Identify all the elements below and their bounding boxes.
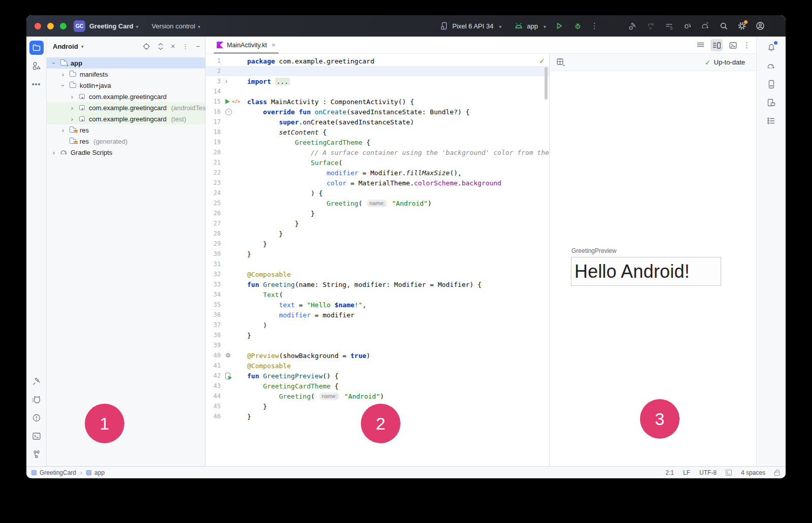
code-line-20[interactable]: 20 // A surface container using the 'bac… xyxy=(206,147,549,157)
code-line-40[interactable]: 40⚙@Preview(showBackground = true) xyxy=(206,350,549,361)
indent-settings-icon[interactable] xyxy=(726,470,732,476)
compose-marker-icon[interactable]: </> xyxy=(232,99,240,104)
settings-icon[interactable] xyxy=(737,21,747,31)
code-line-29[interactable]: 29 } xyxy=(206,239,549,249)
gradle-sync-icon[interactable] xyxy=(700,21,710,31)
chevron-collapsed-icon[interactable]: › xyxy=(68,115,76,123)
run-preview-icon[interactable] xyxy=(225,373,230,379)
device-selector[interactable]: Pixel 6 API 34 ▾ xyxy=(439,21,501,31)
overrides-method-icon[interactable]: ↑ xyxy=(225,109,232,115)
collapse-all-icon[interactable]: × xyxy=(171,42,175,50)
project-view-selector[interactable]: Android xyxy=(53,43,78,50)
inspections-ok-icon[interactable]: ✓ xyxy=(539,57,545,65)
zoom-window-button[interactable] xyxy=(60,23,66,29)
code-line-33[interactable]: 33fun Greeting(name: String, modifier: M… xyxy=(206,279,549,289)
run-configuration-selector[interactable]: app ▾ xyxy=(514,21,546,31)
code-line-21[interactable]: 21 Surface( xyxy=(206,157,549,168)
build-tool-button[interactable] xyxy=(29,374,44,388)
code-line-16[interactable]: 16↑ override fun onCreate(savedInstanceS… xyxy=(206,107,549,117)
preview-settings-icon[interactable]: ⚙ xyxy=(225,352,231,359)
breadcrumb-project[interactable]: GreetingCard xyxy=(40,469,76,476)
code-line-39[interactable]: 39 xyxy=(206,340,549,350)
gradle-tool-button[interactable] xyxy=(764,59,779,73)
editor-scrollbar[interactable] xyxy=(545,67,548,100)
chevron-collapsed-icon[interactable]: › xyxy=(68,104,76,112)
tree-item-res[interactable]: ›res xyxy=(47,124,205,136)
code-line-25[interactable]: 25 Greeting( name: "Android") xyxy=(206,198,549,208)
logcat-tool-button[interactable] xyxy=(29,393,44,407)
locate-file-icon[interactable] xyxy=(143,43,150,50)
chevron-collapsed-icon[interactable]: › xyxy=(68,93,76,101)
preview-rendered-text[interactable]: Hello Android! xyxy=(571,257,721,286)
line-separator[interactable]: LF xyxy=(683,469,690,476)
device-manager-tool-button[interactable] xyxy=(764,77,779,91)
code-line-28[interactable]: 28 } xyxy=(206,228,549,239)
preview-build-status[interactable]: ✓ Up-to-date xyxy=(705,58,745,67)
version-control-tool-button[interactable] xyxy=(29,447,44,462)
chevron-collapsed-icon[interactable]: › xyxy=(59,126,67,134)
project-tool-button[interactable] xyxy=(29,41,44,55)
close-tab-icon[interactable]: × xyxy=(272,41,276,49)
code-line-44[interactable]: 44 Greeting( name: "Android") xyxy=(206,391,549,401)
project-badge[interactable]: GC xyxy=(74,20,85,32)
code-line-22[interactable]: 22 modifier = Modifier.fillMaxSize(), xyxy=(206,168,549,178)
code-line-30[interactable]: 30} xyxy=(206,249,549,259)
more-tool-windows-button[interactable]: ••• xyxy=(29,77,44,91)
caret-position[interactable]: 2:1 xyxy=(665,469,674,476)
code-line-41[interactable]: 41@Composable xyxy=(206,361,549,371)
tree-item-gradle-scripts[interactable]: ›Gradle Scripts xyxy=(47,147,205,158)
close-window-button[interactable] xyxy=(35,23,41,29)
run-button[interactable] xyxy=(554,21,564,31)
hide-panel-icon[interactable]: − xyxy=(196,42,200,50)
code-line-36[interactable]: 36 modifier = modifier xyxy=(206,310,549,320)
profile-icon[interactable] xyxy=(755,21,765,31)
build-variants-icon[interactable]: 5 xyxy=(664,21,674,31)
resource-manager-tool-button[interactable] xyxy=(29,59,44,73)
tree-item-com-example-greetingcard[interactable]: ›com.example.greetingcard(test) xyxy=(47,113,205,124)
code-line-23[interactable]: 23 color = MaterialTheme.colorScheme.bac… xyxy=(206,178,549,188)
design-view-icon[interactable] xyxy=(727,39,739,51)
expand-collapse-icon[interactable] xyxy=(157,43,164,50)
structure-tool-button[interactable] xyxy=(764,114,779,128)
file-encoding[interactable]: UTF-8 xyxy=(699,469,717,476)
terminal-tool-button[interactable] xyxy=(29,429,44,443)
profiler-icon[interactable]: A xyxy=(646,21,656,31)
code-line-3[interactable]: 3›import ... xyxy=(206,76,549,86)
editor-tab-mainactivity[interactable]: MainActivity.kt × xyxy=(212,37,281,54)
editor-options-icon[interactable]: ⋮ xyxy=(743,41,751,50)
more-actions-menu[interactable]: ⋮ xyxy=(591,21,599,30)
code-line-32[interactable]: 32@Composable xyxy=(206,269,549,279)
code-line-18[interactable]: 18 setContent { xyxy=(206,127,549,137)
run-class-icon[interactable] xyxy=(225,99,230,104)
code-line-19[interactable]: 19 GreetingCardTheme { xyxy=(206,137,549,147)
fold-region-icon[interactable]: › xyxy=(225,78,227,85)
minimize-window-button[interactable] xyxy=(47,23,54,29)
code-line-27[interactable]: 27 } xyxy=(206,218,549,228)
code-line-34[interactable]: 34 Text( xyxy=(206,289,549,300)
panel-options-icon[interactable]: ⋮ xyxy=(182,43,189,50)
code-line-35[interactable]: 35 text = "Hello $name!", xyxy=(206,300,549,310)
code-view-icon[interactable] xyxy=(694,39,706,51)
code-line-2[interactable]: 2 xyxy=(206,66,549,76)
preview-grid-icon[interactable] xyxy=(556,58,565,67)
project-name-menu[interactable]: Greeting Card xyxy=(89,22,133,30)
breadcrumb-module[interactable]: app xyxy=(94,469,105,476)
notifications-bell-icon[interactable] xyxy=(764,41,779,55)
version-control-menu[interactable]: Version control xyxy=(152,22,195,30)
preview-composable-label[interactable]: GreetingPreview xyxy=(571,247,617,254)
search-icon[interactable] xyxy=(719,21,729,31)
tree-item-com-example-greetingcard[interactable]: ›com.example.greetingcard(androidTest) xyxy=(47,102,205,113)
code-line-1[interactable]: 1package com.example.greetingcard xyxy=(206,56,549,66)
code-line-38[interactable]: 38} xyxy=(206,330,549,340)
tree-item-app[interactable]: ›app xyxy=(47,57,205,69)
chevron-expanded-icon[interactable]: › xyxy=(59,81,67,89)
chevron-expanded-icon[interactable]: › xyxy=(50,59,58,67)
tree-item-manifests[interactable]: ›manifests xyxy=(47,69,205,80)
code-line-24[interactable]: 24 ) { xyxy=(206,188,549,198)
chevron-collapsed-icon[interactable]: › xyxy=(59,71,67,78)
problems-tool-button[interactable] xyxy=(29,411,44,425)
tree-item-res[interactable]: res(generated) xyxy=(47,136,205,147)
tree-item-kotlin-java[interactable]: ›kotlin+java xyxy=(47,80,205,91)
code-line-37[interactable]: 37 ) xyxy=(206,320,549,330)
split-view-icon[interactable] xyxy=(710,39,723,51)
